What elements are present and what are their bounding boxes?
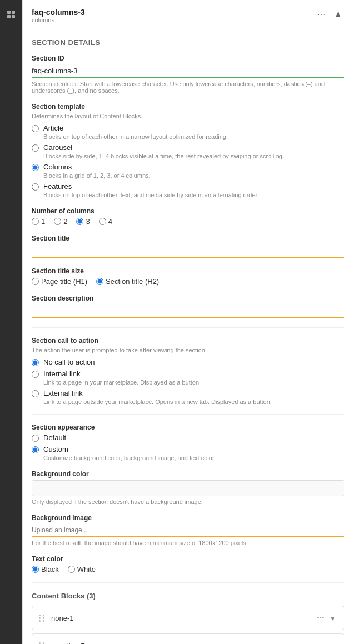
title-h1-item[interactable]: Page title (H1) bbox=[32, 277, 87, 286]
block-item-question-7: question-7 ··· ▾ bbox=[32, 633, 344, 644]
divider-3 bbox=[32, 582, 344, 583]
section-appearance-group: Section appearance Default Custom Custom… bbox=[32, 423, 344, 461]
bg-image-label: Background image bbox=[32, 514, 344, 522]
panel-title-group: faq-columns-3 columns bbox=[32, 8, 85, 23]
main-panel: faq-columns-3 columns ··· ▲ Section deta… bbox=[22, 0, 353, 644]
title-h2-item[interactable]: Section title (H2) bbox=[96, 277, 159, 286]
cta-internal-radio[interactable] bbox=[32, 371, 39, 378]
cta-external-radio[interactable] bbox=[32, 390, 39, 397]
cta-no-radio[interactable] bbox=[32, 359, 39, 366]
more-options-button[interactable]: ··· bbox=[315, 8, 327, 20]
cta-internal-label: Internal link bbox=[43, 370, 201, 378]
drag-handle-none-1[interactable] bbox=[39, 615, 46, 622]
bg-color-label: Background color bbox=[32, 470, 344, 478]
template-features-item[interactable]: Features Blocks on top of each other, te… bbox=[32, 182, 344, 198]
columns-4-radio[interactable] bbox=[99, 218, 106, 225]
columns-4-label: 4 bbox=[108, 217, 112, 226]
cta-internal-item[interactable]: Internal link Link to a page in your mar… bbox=[32, 370, 344, 386]
drag-handle-question-7[interactable] bbox=[39, 642, 46, 645]
text-color-black-item[interactable]: Black bbox=[32, 565, 59, 573]
divider-2 bbox=[32, 414, 344, 415]
columns-1-radio[interactable] bbox=[32, 218, 39, 225]
template-features-radio[interactable] bbox=[32, 183, 39, 191]
template-features-desc: Blocks on top of each other, text, and m… bbox=[43, 192, 259, 198]
num-columns-options: 1 2 3 4 bbox=[32, 217, 344, 226]
panel-title: faq-columns-3 bbox=[32, 8, 85, 17]
section-desc-group: Section description bbox=[32, 294, 344, 318]
title-size-label: Section title size bbox=[32, 267, 344, 275]
cta-external-item[interactable]: External link Link to a page outside you… bbox=[32, 389, 344, 405]
sidebar bbox=[0, 0, 22, 644]
columns-1-label: 1 bbox=[41, 217, 45, 226]
columns-3-label: 3 bbox=[86, 217, 90, 226]
columns-1-item[interactable]: 1 bbox=[32, 217, 45, 226]
num-columns-label: Number of columns bbox=[32, 207, 344, 215]
columns-3-item[interactable]: 3 bbox=[76, 217, 90, 226]
section-template-sublabel: Determines the layout of Content Blocks. bbox=[32, 113, 344, 119]
text-color-white-item[interactable]: White bbox=[68, 565, 96, 573]
columns-2-item[interactable]: 2 bbox=[54, 217, 67, 226]
template-article-item[interactable]: Article Blocks on top of each other in a… bbox=[32, 124, 344, 140]
template-columns-label: Columns bbox=[43, 163, 151, 171]
appearance-default-label: Default bbox=[43, 433, 66, 442]
title-h2-radio[interactable] bbox=[96, 278, 103, 285]
title-size-options: Page title (H1) Section title (H2) bbox=[32, 277, 344, 286]
text-color-label: Text color bbox=[32, 555, 344, 563]
appearance-default-item[interactable]: Default bbox=[32, 433, 344, 442]
bg-image-input[interactable] bbox=[32, 524, 344, 537]
appearance-custom-desc: Customize background color, background i… bbox=[43, 455, 216, 461]
text-color-black-label: Black bbox=[41, 565, 59, 573]
cta-external-label: External link bbox=[43, 389, 272, 397]
block-actions-none-1: ··· ▾ bbox=[315, 612, 337, 624]
columns-2-radio[interactable] bbox=[54, 218, 61, 225]
text-color-white-label: White bbox=[77, 565, 96, 573]
section-template-options: Article Blocks on top of each other in a… bbox=[32, 124, 344, 198]
panel-content: Section details Section ID Section ident… bbox=[23, 29, 353, 644]
template-article-label: Article bbox=[43, 124, 228, 132]
text-color-white-radio[interactable] bbox=[68, 566, 75, 573]
section-id-input[interactable] bbox=[32, 64, 344, 78]
block-more-button-none-1[interactable]: ··· bbox=[315, 612, 326, 624]
bg-image-group: Background image For the best result, th… bbox=[32, 514, 344, 546]
appearance-options: Default Custom Customize background colo… bbox=[32, 433, 344, 461]
appearance-custom-label: Custom bbox=[43, 445, 216, 453]
section-details-heading: Section details bbox=[32, 38, 344, 47]
sidebar-grid-icon[interactable] bbox=[3, 7, 19, 22]
section-template-group: Section template Determines the layout o… bbox=[32, 103, 344, 198]
bg-color-hint: Only displayed if the section doesn't ha… bbox=[32, 498, 344, 505]
appearance-default-radio[interactable] bbox=[32, 435, 39, 442]
block-expand-button-question-7[interactable]: ▾ bbox=[329, 641, 337, 645]
columns-4-item[interactable]: 4 bbox=[99, 217, 112, 226]
template-features-label: Features bbox=[43, 182, 259, 191]
panel-header-actions: ··· ▲ bbox=[315, 8, 344, 20]
title-h1-radio[interactable] bbox=[32, 278, 39, 285]
cta-no-item[interactable]: No call to action bbox=[32, 358, 344, 366]
template-carousel-desc: Blocks side by side, 1–4 blocks visible … bbox=[43, 153, 284, 159]
bg-color-input[interactable] bbox=[32, 480, 344, 496]
section-cta-sublabel: The action the user is prompted to take … bbox=[32, 347, 344, 353]
template-article-radio[interactable] bbox=[32, 125, 39, 132]
block-item-none-1: none-1 ··· ▾ bbox=[32, 606, 344, 630]
section-title-input[interactable] bbox=[32, 244, 344, 258]
content-blocks-section: Content Blocks (3) none-1 ··· ▾ bbox=[32, 592, 344, 644]
template-columns-item[interactable]: Columns Blocks in a grid of 1, 2, 3, or … bbox=[32, 163, 344, 179]
appearance-custom-radio[interactable] bbox=[32, 446, 39, 453]
panel-header: faq-columns-3 columns ··· ▲ bbox=[23, 0, 353, 29]
section-desc-input[interactable] bbox=[32, 304, 344, 318]
template-carousel-radio[interactable] bbox=[32, 144, 39, 152]
title-h2-label: Section title (H2) bbox=[106, 277, 159, 286]
section-id-label: Section ID bbox=[32, 54, 344, 62]
template-carousel-item[interactable]: Carousel Blocks side by side, 1–4 blocks… bbox=[32, 143, 344, 159]
template-columns-radio[interactable] bbox=[32, 164, 39, 171]
cta-no-label: No call to action bbox=[43, 358, 95, 366]
columns-3-radio[interactable] bbox=[76, 218, 83, 225]
block-expand-button-none-1[interactable]: ▾ bbox=[329, 613, 337, 623]
section-template-label: Section template bbox=[32, 103, 344, 111]
collapse-button[interactable]: ▲ bbox=[332, 8, 344, 19]
text-color-black-radio[interactable] bbox=[32, 566, 39, 573]
bg-image-hint: For the best result, the image should ha… bbox=[32, 540, 344, 546]
block-more-button-question-7[interactable]: ··· bbox=[315, 640, 326, 644]
panel-subtitle: columns bbox=[32, 17, 85, 23]
content-blocks-heading: Content Blocks (3) bbox=[32, 592, 344, 600]
appearance-custom-item[interactable]: Custom Customize background color, backg… bbox=[32, 445, 344, 461]
